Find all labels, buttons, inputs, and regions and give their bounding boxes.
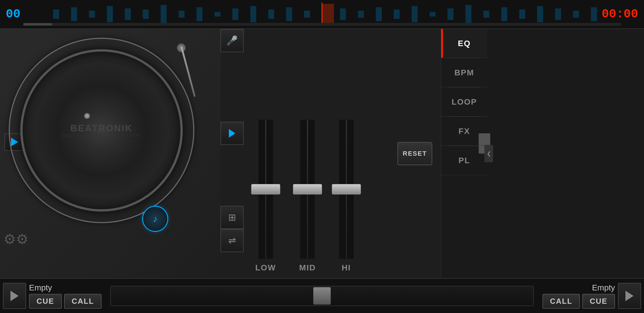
transport-play-right[interactable] [618,283,641,309]
mic-button[interactable]: 🎤 [220,29,244,52]
cue-button-right[interactable]: CUE [582,294,615,309]
eq-slider-low-track[interactable] [258,120,273,259]
eq-label-hi: HI [342,263,351,272]
transport-play-left[interactable] [3,283,26,309]
svg-rect-12 [250,6,256,22]
reset-label: RESET [403,150,427,157]
shuffle-icon: ⇌ [228,235,236,246]
tab-bpm[interactable]: BPM [441,58,487,87]
svg-rect-13 [268,10,274,19]
waveform-display[interactable] [23,3,621,26]
play-icon-transport-left [10,291,19,301]
tab-eq[interactable]: EQ [441,29,487,58]
eq-slider-hi: HI [339,120,354,272]
eq-slider-low: LOW [255,120,276,272]
eq-section: LOW MID HI RESET [244,52,441,278]
main-area: BEATRONIK DESIGNED FROM SCRATCH ♪ ⚙⚙ [0,29,644,278]
svg-rect-11 [232,8,238,20]
call-button-right[interactable]: CALL [542,294,580,309]
center-panel: 🎤 ⊞ ⇌ LOW [220,29,441,278]
tab-loop[interactable]: LOOP [441,88,487,117]
eq-slider-low-thumb[interactable] [251,184,280,194]
eq-slider-hi-track[interactable] [339,120,354,259]
svg-rect-8 [179,11,185,18]
svg-rect-19 [376,7,382,21]
svg-rect-26 [501,7,507,21]
svg-rect-15 [304,11,310,18]
svg-rect-25 [483,11,489,18]
play-icon-transport-right [625,291,634,301]
collapse-handle[interactable]: ❮ [484,145,493,162]
transport-cue-call-right: CALL CUE [542,294,615,309]
track-name-left: Empty [29,283,102,292]
svg-rect-1 [53,10,59,19]
music-add-icon: ♪ [153,214,158,224]
grid-icon: ⊞ [228,212,236,223]
gear-icon: ⚙⚙ [3,231,28,247]
settings-button[interactable]: ⚙⚙ [6,229,26,249]
bottom-bar: Empty CUE CALL Empty CALL CUE [0,278,644,313]
tonearm [154,43,189,101]
tab-loop-label: LOOP [452,97,477,107]
reset-button[interactable]: RESET [397,142,432,165]
svg-rect-28 [537,6,543,22]
svg-rect-14 [286,7,292,21]
svg-text:DESIGNED FROM SCRATCH: DESIGNED FROM SCRATCH [62,133,141,138]
time-display-right: 00:00 [602,7,638,21]
svg-rect-4 [107,6,113,22]
transport-cue-call-left: CUE CALL [29,294,102,309]
transport-info-left: Empty CUE CALL [29,283,102,309]
cue-button-left[interactable]: CUE [29,294,62,309]
left-deck: BEATRONIK DESIGNED FROM SCRATCH ♪ ⚙⚙ [0,29,220,278]
svg-rect-29 [555,8,561,20]
svg-rect-6 [143,10,149,19]
tab-fx-label: FX [459,127,470,136]
svg-rect-16 [322,4,334,25]
svg-rect-31 [591,7,597,21]
svg-rect-3 [89,11,95,18]
crossfader-thumb[interactable] [313,287,331,305]
eq-label-low: LOW [255,263,276,272]
svg-rect-2 [71,7,77,21]
tab-bpm-label: BPM [454,68,474,77]
tab-pl[interactable]: PL [441,146,487,175]
svg-rect-22 [430,12,436,17]
tab-fx[interactable]: FX [441,117,487,146]
music-add-button[interactable]: ♪ [142,206,168,232]
svg-rect-5 [125,8,131,20]
eq-slider-mid: MID [299,120,316,272]
eq-slider-hi-thumb[interactable] [332,184,361,194]
transport-info-right: Empty CALL CUE [542,283,615,309]
grid-button[interactable]: ⊞ [220,206,244,229]
svg-rect-27 [519,10,525,19]
svg-rect-7 [161,5,167,23]
shuffle-button[interactable]: ⇌ [220,229,244,252]
mic-icon: 🎤 [226,35,238,46]
eq-slider-mid-track[interactable] [300,120,315,259]
chevron-left-icon: ❮ [487,150,491,157]
svg-rect-24 [465,5,471,23]
svg-rect-18 [358,11,364,18]
turntable-label-group: BEATRONIK DESIGNED FROM SCRATCH [61,121,142,140]
svg-rect-10 [214,12,220,17]
crossfader[interactable] [110,286,534,306]
svg-rect-9 [196,7,202,21]
tab-eq-label: EQ [458,39,471,48]
track-name-right: Empty [542,283,615,292]
svg-rect-17 [340,8,346,20]
call-button-left[interactable]: CALL [64,294,102,309]
eq-label-mid: MID [299,263,316,272]
play-icon-center [229,129,235,138]
waveform-bar: 00:00 [0,0,644,29]
svg-rect-20 [394,10,400,19]
eq-slider-mid-thumb[interactable] [293,184,322,194]
tab-pl-label: PL [459,156,470,165]
svg-rect-23 [448,8,454,20]
svg-rect-30 [573,11,579,18]
play-button-center[interactable] [220,122,244,145]
turntable[interactable]: BEATRONIK DESIGNED FROM SCRATCH [6,35,197,226]
svg-rect-21 [412,6,418,22]
tonearm-arm [180,46,196,97]
svg-text:BEATRONIK: BEATRONIK [70,123,133,133]
right-panel: EQ BPM LOOP FX PL ❮ [441,29,487,278]
